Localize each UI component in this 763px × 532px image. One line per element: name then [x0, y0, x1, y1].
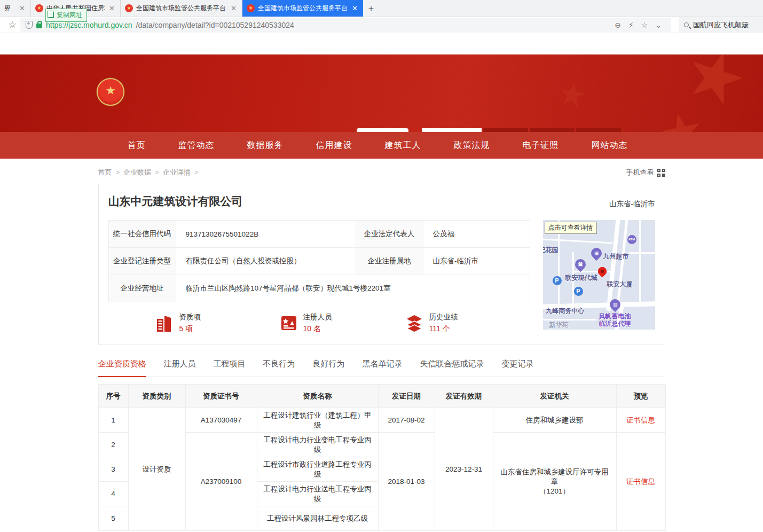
- emblem-favicon-icon: ★: [247, 4, 255, 12]
- browser-hot-search[interactable]: 国航回应飞机颠簸: [679, 17, 763, 33]
- browser-tab-jzsc-1[interactable]: ★ 全国建筑市场监管公共服务平台 ✕: [121, 0, 242, 17]
- emblem-favicon-icon: ★: [35, 4, 43, 12]
- lightning-icon[interactable]: ⚡: [628, 21, 634, 29]
- url-path: /data/company/detail?id=0021052912405330…: [136, 21, 294, 29]
- tab-title: 全国建筑市场监管公共服务平台: [136, 4, 226, 13]
- tab-good-behavior[interactable]: 良好行为: [313, 359, 345, 377]
- tab-blacklist[interactable]: 黑名单记录: [363, 359, 403, 377]
- valid-until-cell: 2023-12-31: [435, 408, 493, 531]
- tab-projects[interactable]: 工程项目: [214, 359, 246, 377]
- bookmark-star-icon[interactable]: ☆: [4, 19, 20, 30]
- site-qr-code: S: [357, 128, 408, 132]
- page-top-gap: [0, 33, 763, 54]
- reg-type-value: 有限责任公司（自然人投资或控股）: [176, 248, 356, 275]
- company-location-map[interactable]: ▣ 九州超市 ATM 纪花园 🏛 联安现代城 联安大厦 P P 九峰商务中心 ▥…: [543, 220, 655, 330]
- zoom-out-icon[interactable]: ⊖: [615, 21, 621, 29]
- detail-tab-bar: 企业资质资格 注册人员 工程项目 不良行为 良好行为 黑名单记录 失信联合惩戒记…: [98, 359, 665, 377]
- stat-qualifications: 资质项 5 项: [155, 312, 280, 334]
- tab-qualifications[interactable]: 企业资质资格: [98, 359, 146, 377]
- map-label-tower: 联安大厦: [607, 280, 633, 289]
- breadcrumb-company-data[interactable]: 企业数据: [123, 168, 151, 176]
- nav-item-e-license[interactable]: 电子证照: [523, 140, 559, 151]
- tab-title: 界: [4, 4, 15, 13]
- browser-url-bar: ☆ https://jzsc.mohurd.gov.cn/data/compan…: [0, 17, 763, 33]
- nav-item-credit[interactable]: 信用建设: [316, 140, 352, 151]
- map-label-supermarket: 九州超市: [603, 252, 629, 261]
- browser-tab-jzsc-active[interactable]: ★ 全国建筑市场监管公共服务平台 ✕: [242, 0, 363, 17]
- emblem-star-icon: ★: [105, 85, 116, 97]
- favorite-star-icon[interactable]: ☆: [641, 21, 648, 29]
- search-tab-credit[interactable]: 诚信记录: [576, 128, 621, 132]
- lock-icon: [36, 24, 42, 28]
- preview-cell: 证书信息: [616, 433, 665, 531]
- site-header: ★ ★ ★ ★ 中华人民共和国住房和城乡建设部www.mohurd.gov.cn…: [0, 54, 763, 132]
- shield-plus-icon[interactable]: [26, 21, 33, 29]
- search-tab-personnel[interactable]: 从业人员: [483, 128, 528, 132]
- personnel-book-icon: [280, 315, 297, 332]
- nav-item-policy[interactable]: 政策法规: [454, 140, 490, 151]
- map-label-battery2: 临沂总代理: [599, 319, 631, 328]
- preview-cell: 证书信息: [616, 408, 665, 433]
- decor-star-icon: ★: [653, 98, 710, 132]
- search-tab-enterprise[interactable]: 建设工程企业: [422, 128, 482, 132]
- header-search-panel: 建设工程企业 从业人员 建设项目 诚信记录 搜索: [422, 128, 660, 132]
- nav-item-workers[interactable]: 建筑工人: [385, 140, 421, 151]
- reg-type-label: 企业登记注册类型: [108, 248, 176, 275]
- qual-name-cell: 工程设计建筑行业（建筑工程）甲级: [257, 408, 378, 433]
- certificate-info-link[interactable]: 证书信息: [626, 478, 655, 486]
- cert-no-cell: A237009100: [185, 433, 257, 531]
- tab-change-records[interactable]: 变更记录: [502, 359, 534, 377]
- qual-name-cell: 工程设计电力行业送电工程专业丙级: [257, 482, 378, 506]
- map-label-modern-city: 联安现代城: [565, 273, 597, 283]
- address-bar[interactable]: https://jzsc.mohurd.gov.cn/data/company/…: [20, 18, 671, 32]
- company-detail-card: 山东中元建筑设计有限公司 山东省-临沂市 统一社会信用代码 9137130267…: [98, 184, 665, 345]
- category-cell: 设计资质: [128, 408, 185, 531]
- certificate-info-link[interactable]: 证书信息: [626, 416, 655, 424]
- seq-cell: 5: [98, 506, 128, 531]
- breadcrumb-home[interactable]: 首页: [98, 168, 112, 176]
- credit-code-label: 统一社会信用代码: [108, 221, 176, 248]
- close-icon[interactable]: ✕: [230, 4, 238, 12]
- map-label-business-center: 九峰商务中心: [546, 307, 585, 316]
- nav-item-data-service[interactable]: 数据服务: [247, 140, 284, 151]
- seq-cell: 4: [98, 482, 128, 506]
- tab-title: 全国建筑市场监管公共服务平台: [258, 4, 348, 13]
- issue-date-cell: 2017-08-02: [378, 408, 435, 433]
- close-icon[interactable]: ✕: [351, 4, 359, 12]
- seq-cell: 3: [98, 457, 128, 482]
- breadcrumb-company-detail[interactable]: 企业详情: [163, 168, 191, 176]
- tab-dishonesty-records[interactable]: 失信联合惩戒记录: [420, 359, 484, 377]
- address-label: 企业经营地址: [108, 275, 176, 302]
- close-icon[interactable]: ✕: [108, 4, 116, 12]
- search-tab-project[interactable]: 建设项目: [530, 128, 575, 132]
- nav-item-supervision[interactable]: 监管动态: [178, 140, 215, 151]
- address-value: 临沂市兰山区陶然路107号星河晶都（联安）现代城1号楼2201室: [176, 275, 530, 302]
- copy-url-tooltip: 复制网址: [45, 9, 87, 22]
- mobile-view-button[interactable]: 手机查看: [626, 168, 665, 177]
- tab-registered-personnel[interactable]: 注册人员: [164, 359, 196, 377]
- nav-item-site-news[interactable]: 网站动态: [592, 140, 628, 151]
- tab-bad-behavior[interactable]: 不良行为: [263, 359, 295, 377]
- decor-star-icon: ★: [674, 54, 758, 124]
- seq-cell: 2: [98, 433, 128, 457]
- map-label-xinhuayuan: 新华苑: [549, 320, 569, 330]
- stat-registered-personnel: 注册人员 10 名: [280, 312, 405, 334]
- decor-star-icon: ★: [555, 74, 590, 115]
- qualification-table: 序号 资质类别 资质证书号 资质名称 发证日期 发证有效期 发证机关 预览 1 …: [98, 384, 666, 531]
- new-tab-button[interactable]: ＋: [363, 0, 379, 17]
- reg-region-label: 企业注册属地: [356, 248, 423, 275]
- nav-item-home[interactable]: 首页: [128, 140, 146, 151]
- seq-cell: 1: [98, 408, 128, 433]
- hot-search-text: 国航回应飞机颠簸: [693, 20, 749, 30]
- qual-name-cell: 工程设计电力行业变电工程专业丙级: [257, 433, 378, 457]
- chevron-down-icon[interactable]: ⌄: [655, 21, 662, 29]
- close-icon[interactable]: ✕: [18, 4, 26, 12]
- map-label-garden: 纪花园: [543, 246, 559, 255]
- table-header-row: 序号 资质类别 资质证书号 资质名称 发证日期 发证有效期 发证机关 预览: [98, 385, 665, 408]
- company-name: 山东中元建筑设计有限公司: [108, 194, 655, 209]
- browser-tab-partial[interactable]: 界 ✕: [0, 0, 31, 17]
- parking-marker-icon: P: [574, 287, 583, 296]
- credit-code-value: 91371302675501022B: [176, 221, 356, 248]
- qual-name-cell: 工程设计市政行业道路工程专业丙级: [257, 457, 378, 482]
- emblem-favicon-icon: ★: [125, 4, 133, 12]
